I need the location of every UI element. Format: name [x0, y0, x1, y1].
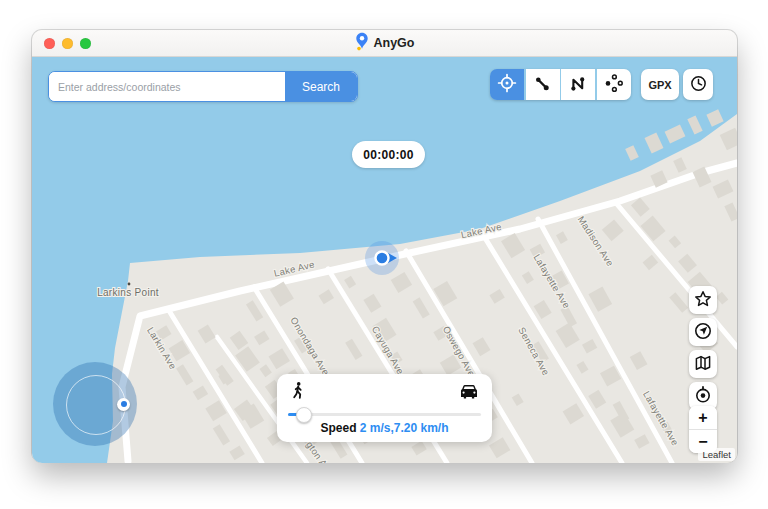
search-input[interactable] — [49, 72, 285, 101]
anygo-window: AnyGo Lake Ave Lake Ave — [32, 30, 737, 462]
traffic-lights — [44, 30, 91, 56]
clock-icon — [689, 74, 708, 96]
gpx-button[interactable]: GPX — [641, 69, 679, 100]
speed-label: Speed — [320, 421, 356, 435]
close-button[interactable] — [44, 38, 55, 49]
mode-toolbar — [490, 69, 631, 100]
zoom-in-button[interactable]: + — [689, 406, 717, 429]
slider-track[interactable] — [288, 413, 481, 417]
location-marker[interactable] — [365, 241, 399, 275]
timer-badge: 00:00:00 — [352, 141, 425, 168]
multi-spot-route-button[interactable] — [561, 69, 595, 100]
speed-value: 2 m/s,7.20 km/h — [360, 421, 449, 435]
speed-readout: Speed 2 m/s,7.20 km/h — [277, 421, 492, 435]
map-canvas[interactable]: Lake Ave Lake Ave Larkins Point Larkin A… — [32, 57, 737, 463]
folded-map-icon — [693, 353, 713, 376]
two-spot-route-button[interactable] — [526, 69, 560, 100]
two-spot-route-icon — [533, 74, 552, 96]
compass-icon — [693, 321, 713, 344]
star-icon — [693, 289, 713, 312]
joystick[interactable] — [53, 362, 137, 446]
teleport-mode-button[interactable] — [490, 69, 524, 100]
map-style-button[interactable] — [689, 350, 717, 378]
search-button[interactable]: Search — [285, 72, 357, 101]
zoom-controls: + − — [689, 406, 717, 453]
search-bar: Search — [48, 71, 358, 102]
multi-spot-route-icon — [569, 74, 588, 96]
speed-slider[interactable] — [288, 407, 481, 421]
walk-icon — [288, 381, 308, 405]
window-title: AnyGo — [374, 36, 415, 50]
leaflet-link[interactable]: Leaflet — [702, 449, 731, 460]
map-pin-icon — [355, 32, 369, 55]
history-button[interactable] — [683, 69, 713, 100]
minimize-button[interactable] — [62, 38, 73, 49]
window-title-group: AnyGo — [355, 32, 415, 55]
maximize-button[interactable] — [80, 38, 91, 49]
locate-icon — [693, 385, 713, 408]
compass-button[interactable] — [689, 318, 717, 346]
crosshair-icon — [497, 73, 517, 96]
joystick-handle[interactable] — [117, 398, 130, 411]
title-bar: AnyGo — [32, 30, 737, 57]
favorites-button[interactable] — [689, 286, 717, 314]
speed-panel: Speed 2 m/s,7.20 km/h — [277, 374, 492, 442]
leaflet-attribution: Leaflet — [698, 448, 735, 461]
place-label: Larkins Point — [97, 287, 159, 298]
jump-teleport-icon — [604, 73, 624, 96]
jump-teleport-button[interactable] — [597, 69, 631, 100]
car-icon — [457, 381, 481, 405]
